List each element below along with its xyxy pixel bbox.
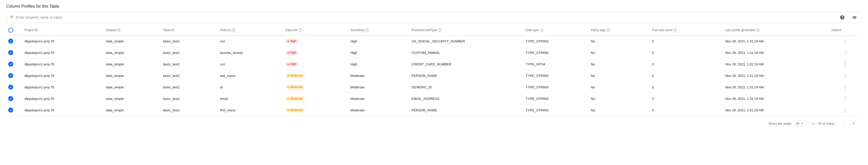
row-dataset-1: data_simple (104, 47, 161, 58)
predicted-help-icon[interactable]: ? (438, 28, 442, 32)
risk-badge-2: ● High (285, 62, 298, 66)
freetext-help-icon[interactable]: ? (673, 28, 677, 32)
row-predicted-5: EMAIL_ADDRESS (409, 93, 524, 105)
row-check-6[interactable] (6, 105, 23, 116)
row-lastprofile-4: Nov 29, 2021, 1:31:19 AM (723, 81, 829, 93)
datatype-help-icon[interactable]: ? (540, 28, 544, 32)
check-icon-3 (8, 73, 13, 78)
row-policy-5: No (589, 93, 650, 105)
data-table: Project ID Dataset ID Table ID Field ID … (6, 25, 862, 116)
row-policy-3: No (589, 70, 650, 81)
row-field-2: ccn (218, 58, 283, 70)
row-risk-4: ● Moderate (283, 81, 348, 93)
col-header-dataset: Dataset ID (104, 25, 161, 35)
row-lastprofile-3: Nov 29, 2021, 1:31:19 AM (723, 70, 829, 81)
table-row: dlppsbqrun1-proj-78 data_simple basic_te… (6, 47, 862, 58)
table-row: dlppsbqrun1-proj-78 data_simple basic_te… (6, 105, 862, 116)
row-freetext-0: 0 (650, 35, 723, 47)
risk-badge-5: ● Moderate (285, 96, 305, 101)
col-header-field: Field ID ? (218, 25, 283, 35)
table-row: dlppsbqrun1-proj-78 data_simple basic_te… (6, 58, 862, 70)
risk-icon-4: ● (287, 86, 289, 89)
field-help-icon[interactable]: ? (232, 28, 235, 32)
row-check-4[interactable] (6, 81, 23, 93)
row-project-6: dlppsbqrun1-proj-78 (23, 105, 104, 116)
risk-sort-icon[interactable]: ↓ (303, 28, 305, 32)
row-field-4: id (218, 81, 283, 93)
rows-per-page-label: Rows per page: (769, 121, 792, 126)
row-datatype-3: TYPE_STRING (524, 70, 589, 81)
next-page-button[interactable] (849, 119, 858, 128)
row-table-0: basic_test1 (161, 35, 218, 47)
col-header-sensitivity: Sensitivity ? (348, 25, 410, 35)
row-check-0[interactable] (6, 35, 23, 47)
row-actions-4[interactable]: ⋮ (829, 81, 862, 93)
row-project-5: dlppsbqrun1-proj-78 (23, 93, 104, 105)
row-project-3: dlppsbqrun1-proj-78 (23, 70, 104, 81)
help-button[interactable] (838, 13, 846, 22)
row-actions-3[interactable]: ⋮ (829, 70, 862, 81)
row-sensitivity-6: Moderate (348, 105, 410, 116)
risk-badge-3: ● Moderate (285, 73, 305, 78)
col-header-policy: Policy tags ? (589, 25, 650, 35)
row-risk-2: ● High (283, 58, 348, 70)
rows-per-page-value: 30 (796, 121, 799, 126)
row-predicted-2: CREDIT_CARD_NUMBER (409, 58, 524, 70)
risk-badge-1: ● High (285, 50, 298, 55)
row-freetext-6: 0 (650, 105, 723, 116)
rows-per-page-select[interactable]: 30 (794, 120, 806, 126)
row-lastprofile-6: Nov 29, 2021, 1:31:19 AM (723, 105, 829, 116)
risk-icon-0: ● (287, 39, 289, 43)
row-check-5[interactable] (6, 93, 23, 105)
row-dataset-4: data_simple (104, 81, 161, 93)
lastprofile-help-icon[interactable]: ? (756, 28, 760, 32)
row-check-1[interactable] (6, 47, 23, 58)
row-datatype-4: TYPE_STRING (524, 81, 589, 93)
policy-help-icon[interactable]: ? (607, 28, 610, 32)
columns-button[interactable] (850, 13, 859, 22)
prev-page-button[interactable] (840, 119, 848, 128)
row-project-4: dlppsbqrun1-proj-78 (23, 81, 104, 93)
row-sensitivity-4: Moderate (348, 81, 410, 93)
row-project-1: dlppsbqrun1-proj-78 (23, 47, 104, 58)
table-footer: Rows per page: 30 1 – 30 of many (6, 116, 862, 131)
sensitivity-help-icon[interactable]: ? (365, 28, 369, 32)
row-risk-0: ● High (283, 35, 348, 47)
col-header-table: Table ID (161, 25, 218, 35)
row-actions-0[interactable]: ⋮ (829, 35, 862, 47)
row-sensitivity-2: High (348, 58, 410, 70)
table-row: dlppsbqrun1-proj-78 data_simple basic_te… (6, 81, 862, 93)
row-policy-6: No (589, 105, 650, 116)
row-actions-2[interactable]: ⋮ (829, 58, 862, 70)
check-icon-1 (8, 50, 13, 55)
risk-badge-4: ● Moderate (285, 85, 305, 89)
row-table-5: basic_test1 (161, 93, 218, 105)
row-actions-1[interactable]: ⋮ (829, 47, 862, 58)
row-check-3[interactable] (6, 70, 23, 81)
row-field-6: first_name (218, 105, 283, 116)
rows-per-page-control: Rows per page: 30 (769, 120, 806, 126)
row-risk-3: ● Moderate (283, 70, 348, 81)
row-dataset-2: data_simple (104, 58, 161, 70)
row-lastprofile-2: Nov 29, 2021, 1:31:19 AM (723, 58, 829, 70)
risk-icon-2: ● (287, 62, 289, 66)
row-policy-2: No (589, 58, 650, 70)
row-table-3: basic_test1 (161, 70, 218, 81)
row-check-2[interactable] (6, 58, 23, 70)
row-dataset-0: data_simple (104, 35, 161, 47)
row-predicted-3: PERSON_NAME (409, 70, 524, 81)
risk-icon-5: ● (287, 97, 289, 100)
risk-help-icon[interactable]: ? (298, 28, 302, 32)
col-header-freetext: Free text score ? (650, 25, 723, 35)
row-actions-5[interactable]: ⋮ (829, 93, 862, 105)
pagination-info: 1 – 30 of many (812, 121, 834, 126)
col-header-project: Project ID (23, 25, 104, 35)
table-header-row: Project ID Dataset ID Table ID Field ID … (6, 25, 862, 35)
risk-icon-1: ● (287, 51, 289, 54)
pagination-nav (840, 119, 858, 128)
row-actions-6[interactable]: ⋮ (829, 105, 862, 116)
filter-input-placeholder[interactable]: Enter property name or value (16, 15, 838, 20)
row-field-1: favorite_animal (218, 47, 283, 58)
row-sensitivity-3: Moderate (348, 70, 410, 81)
row-risk-6: ● Moderate (283, 105, 348, 116)
